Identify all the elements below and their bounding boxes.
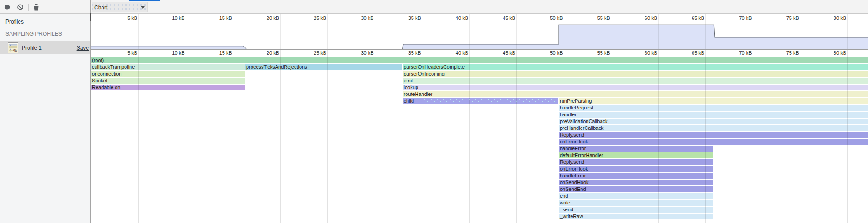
- svg-text:%: %: [13, 48, 17, 53]
